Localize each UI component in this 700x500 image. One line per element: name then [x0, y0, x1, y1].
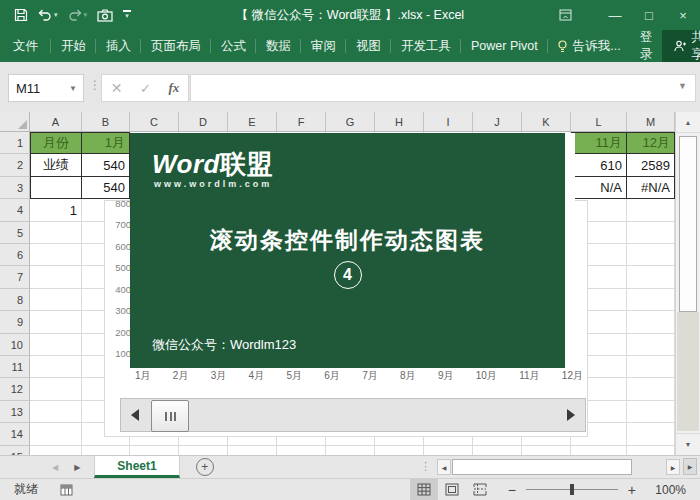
ribbon-display-options-icon[interactable]: [559, 9, 572, 21]
close-button[interactable]: ×: [666, 8, 700, 23]
ribbon-tab-8[interactable]: 视图: [346, 30, 391, 62]
insert-function-icon[interactable]: fx: [168, 80, 179, 96]
tab-tell-me[interactable]: 告诉我...: [548, 30, 630, 62]
cell-A9[interactable]: [30, 311, 82, 334]
cell-B2[interactable]: 540: [82, 154, 130, 177]
row-header-7[interactable]: 7: [0, 266, 30, 289]
formula-bar-expand-icon[interactable]: ▼: [678, 81, 687, 91]
row-header-13[interactable]: 13: [0, 401, 30, 423]
cancel-icon[interactable]: ✕: [111, 80, 123, 96]
cell-A10[interactable]: [30, 334, 82, 356]
zoom-out-button[interactable]: −: [508, 482, 516, 498]
scroll-left-arrow-icon[interactable]: [131, 409, 139, 421]
vertical-scroll-track[interactable]: [677, 312, 699, 431]
cell-A5[interactable]: [30, 222, 82, 244]
cell-A7[interactable]: [30, 266, 82, 289]
formula-bar-separator[interactable]: ⋮: [89, 78, 101, 92]
scroll-down-icon[interactable]: ▼: [676, 433, 700, 454]
select-all-corner[interactable]: [0, 112, 30, 132]
cell-J15[interactable]: [473, 446, 522, 455]
cell-M3[interactable]: #N/A: [627, 177, 675, 199]
cell-I15[interactable]: [424, 446, 473, 455]
row-header-10[interactable]: 10: [0, 334, 30, 356]
cell-M2[interactable]: 2589: [627, 154, 675, 177]
col-header-D[interactable]: D: [179, 112, 228, 132]
row-header-9[interactable]: 9: [0, 311, 30, 334]
cell-A14[interactable]: [30, 423, 82, 446]
row-header-14[interactable]: 14: [0, 423, 30, 446]
minimize-button[interactable]: —: [598, 8, 632, 23]
cell-L2[interactable]: 610: [571, 154, 627, 177]
cell-M4[interactable]: [627, 199, 675, 222]
cell-L1[interactable]: 11月: [571, 132, 627, 154]
cell-M9[interactable]: [627, 311, 675, 334]
name-box[interactable]: M11 ▼: [8, 74, 84, 102]
col-header-C[interactable]: C: [130, 112, 179, 132]
cell-H15[interactable]: [375, 446, 424, 455]
cell-A12[interactable]: [30, 378, 82, 401]
zoom-slider-thumb[interactable]: [570, 484, 574, 495]
row-header-5[interactable]: 5: [0, 222, 30, 244]
scroll-thumb[interactable]: [151, 400, 189, 432]
cell-F15[interactable]: [277, 446, 326, 455]
cell-M8[interactable]: [627, 289, 675, 311]
zoom-in-button[interactable]: +: [628, 482, 636, 498]
cell-A1[interactable]: 月份: [30, 132, 82, 154]
cell-M12[interactable]: [627, 378, 675, 401]
cell-M10[interactable]: [627, 334, 675, 356]
name-box-dropdown-icon[interactable]: ▼: [69, 84, 83, 93]
cell-M7[interactable]: [627, 266, 675, 289]
cell-M5[interactable]: [627, 222, 675, 244]
row-header-12[interactable]: 12: [0, 378, 30, 401]
normal-view-button[interactable]: [410, 479, 438, 500]
next-sheet-icon[interactable]: ▶: [74, 463, 80, 472]
ribbon-tab-10[interactable]: Power Pivot: [461, 30, 548, 62]
cell-D15[interactable]: [179, 446, 228, 455]
cell-L15[interactable]: [571, 446, 627, 455]
share-button[interactable]: 共享: [662, 30, 700, 62]
vertical-scrollbar[interactable]: ▲ ▼: [675, 112, 700, 455]
col-header-I[interactable]: I: [424, 112, 473, 132]
scrollbar-form-control[interactable]: [120, 398, 586, 432]
cell-A6[interactable]: [30, 244, 82, 266]
prev-sheet-icon[interactable]: ◀: [52, 463, 58, 472]
ribbon-tab-4[interactable]: 页面布局: [141, 30, 211, 62]
col-header-M[interactable]: M: [627, 112, 675, 132]
ribbon-tab-5[interactable]: 公式: [211, 30, 256, 62]
row-header-11[interactable]: 11: [0, 356, 30, 378]
col-header-G[interactable]: G: [326, 112, 375, 132]
cell-A11[interactable]: [30, 356, 82, 378]
enter-icon[interactable]: ✓: [140, 81, 151, 96]
row-header-2[interactable]: 2: [0, 154, 30, 177]
col-header-B[interactable]: B: [82, 112, 130, 132]
col-header-A[interactable]: A: [30, 112, 82, 132]
page-break-view-button[interactable]: [466, 479, 494, 500]
undo-dropdown-icon[interactable]: ▾: [54, 11, 58, 19]
row-header-8[interactable]: 8: [0, 289, 30, 311]
ribbon-tab-6[interactable]: 数据: [256, 30, 301, 62]
tab-bar-separator[interactable]: ⋮: [420, 460, 431, 473]
cell-A15[interactable]: [30, 446, 82, 455]
cell-M11[interactable]: [627, 356, 675, 378]
cell-B15[interactable]: [82, 446, 130, 455]
cell-M13[interactable]: [627, 401, 675, 423]
cell-C15[interactable]: [130, 446, 179, 455]
row-header-1[interactable]: 1: [0, 132, 30, 154]
cell-M14[interactable]: [627, 423, 675, 446]
horizontal-scrollbar[interactable]: ◀ ▶: [437, 459, 680, 475]
cell-M6[interactable]: [627, 244, 675, 266]
sign-in-button[interactable]: 登录: [630, 30, 663, 62]
maximize-button[interactable]: □: [632, 8, 666, 23]
row-header-6[interactable]: 6: [0, 244, 30, 266]
scroll-up-icon[interactable]: ▲: [676, 112, 700, 133]
ribbon-tab-2[interactable]: 开始: [51, 30, 96, 62]
cell-A8[interactable]: [30, 289, 82, 311]
ribbon-tab-3[interactable]: 插入: [96, 30, 141, 62]
vertical-scroll-thumb[interactable]: [679, 136, 697, 312]
camera-icon[interactable]: [97, 9, 113, 22]
customize-qat-icon[interactable]: ▾: [123, 10, 131, 20]
cell-M1[interactable]: 12月: [627, 132, 675, 154]
cell-A13[interactable]: [30, 401, 82, 423]
cell-L3[interactable]: N/A: [571, 177, 627, 199]
sheet-tab-sheet1[interactable]: Sheet1: [94, 456, 179, 478]
